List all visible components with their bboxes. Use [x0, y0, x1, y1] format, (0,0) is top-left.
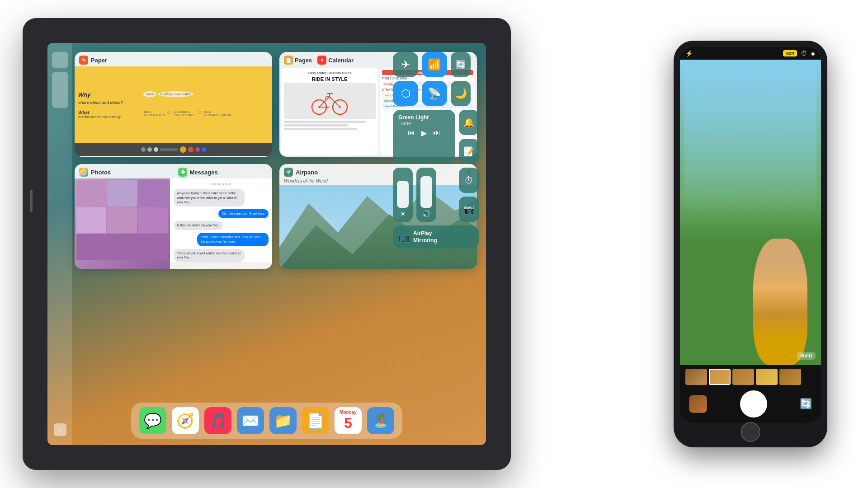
- cc-brightness-icon: ☀: [396, 210, 409, 218]
- cc-music-row-container: Green Light Lorde ⏮ ▶ ⏭ 🔔: [393, 110, 479, 164]
- iphone-flash-icon: ⚡: [685, 50, 693, 57]
- film-thumb-inner: [685, 369, 707, 385]
- iphone-home-area: [680, 423, 821, 441]
- cc-prev-btn[interactable]: ⏮: [408, 129, 415, 137]
- iphone-filmstrip: [685, 369, 816, 385]
- film-thumb-3[interactable]: [732, 369, 754, 385]
- cc-wifi-btn[interactable]: 📶: [422, 52, 447, 77]
- cc-next-btn[interactable]: ⏭: [433, 129, 440, 137]
- photos-app-icon: 🌸: [79, 168, 88, 177]
- film-thumb-4[interactable]: [756, 369, 778, 385]
- pages-text-line: [284, 128, 357, 130]
- app-card-paper[interactable]: ✎ Paper Whyshare ideas and ideas? clarit…: [75, 52, 272, 157]
- iphone-hdr-tag: HDR: [783, 50, 797, 56]
- dock-icon-pages[interactable]: 📄: [302, 407, 329, 434]
- svg-line-10: [325, 97, 326, 99]
- cc-airdrop-btn[interactable]: 📡: [422, 81, 447, 106]
- cc-play-btn[interactable]: ▶: [421, 129, 427, 137]
- cc-timer-btn[interactable]: ⏱: [459, 168, 479, 193]
- message-bubble-received: As you're trying to do is make some of t…: [174, 189, 245, 206]
- paper-content: Whyshare ideas and ideas? clarity creati…: [75, 66, 272, 143]
- airpano-app-icon: 🌍: [284, 168, 293, 177]
- ipad-sidebar: ›: [47, 43, 72, 445]
- ipad-side-button: [30, 190, 33, 212]
- cc-note-btn[interactable]: 📝: [459, 139, 479, 164]
- film-thumb-2[interactable]: [709, 369, 731, 385]
- iphone-timer-icon: ⏱: [801, 50, 807, 57]
- film-thumb-5[interactable]: [779, 369, 801, 385]
- dock-calendar-day: Monday: [340, 410, 357, 415]
- cc-timer-icon: ⏱: [464, 175, 473, 186]
- cc-camera-icon: 📷: [463, 204, 475, 215]
- photos-messages-header: 🌸 Photos 💬 Messages: [75, 164, 272, 178]
- dock-safari-emoji: 🧭: [176, 412, 194, 429]
- cc-bell-icon: 🔔: [463, 117, 475, 128]
- messages-header: 💬 Messages: [174, 164, 273, 178]
- dock-icon-files[interactable]: 📁: [269, 407, 297, 434]
- cc-music-artist: Lorde: [398, 121, 429, 126]
- svg-line-4: [319, 97, 330, 107]
- camera-last-photo[interactable]: [689, 395, 707, 413]
- control-center: ✈ 📶 ⬡ 📡: [393, 52, 479, 249]
- dock-icon-mail[interactable]: ✉️: [237, 407, 264, 434]
- iphone-photo-area: VIVID: [680, 60, 821, 365]
- cc-brightness-track: [397, 181, 409, 208]
- paper-bottom-bar: [75, 143, 272, 156]
- cc-donotdisturb-icon: 🌙: [455, 88, 467, 99]
- iphone-home-button[interactable]: [741, 422, 760, 442]
- cc-rotation-lock-icon: 🔄: [455, 59, 467, 70]
- tool-dot: [141, 147, 146, 152]
- cc-brightness-slider[interactable]: ☀: [393, 168, 413, 222]
- cc-airplane-icon: ✈: [401, 58, 410, 71]
- film-thumb-1[interactable]: [685, 369, 707, 385]
- dock-icon-safari[interactable]: 🧭: [172, 407, 199, 434]
- cc-right-btns: 🔔 📝: [459, 110, 479, 164]
- sidebar-item: [52, 72, 68, 108]
- messages-app-icon: 💬: [178, 168, 187, 177]
- iphone-top-bar: ⚡ HDR ⏱ ◈: [680, 47, 821, 60]
- cc-wifi-icon: 📶: [428, 58, 441, 71]
- scene: › ✎ Paper: [0, 0, 868, 488]
- cc-rotation-lock-btn[interactable]: 🔄: [451, 52, 471, 77]
- person-silhouette: [753, 239, 807, 365]
- pages-doc-heading: RIDE IN STYLE: [284, 76, 376, 82]
- cc-volume-icon: 🔊: [420, 210, 433, 218]
- dock-icon-calendar[interactable]: Monday 5: [335, 407, 362, 434]
- cc-bluetooth-btn[interactable]: ⬡: [393, 81, 418, 106]
- shutter-button[interactable]: [740, 390, 767, 418]
- iphone-top-icons-right: HDR ⏱ ◈: [783, 50, 816, 57]
- photos-header: 🌸 Photos: [75, 164, 174, 178]
- iphone-device: ⚡ HDR ⏱ ◈ VIVID: [674, 41, 827, 447]
- cc-music-title: Green Light: [398, 114, 429, 121]
- cc-airplay-btn[interactable]: 📺 AirPlay Mirroring: [393, 225, 479, 249]
- cc-bell-btn[interactable]: 🔔: [459, 110, 479, 135]
- cc-volume-track: [420, 176, 432, 208]
- pages-preview: Easy Rider Custom Bikes RIDE IN STYLE: [281, 68, 378, 155]
- dock-icon-messages[interactable]: 💬: [139, 407, 166, 434]
- dock-messages-emoji: 💬: [144, 412, 162, 429]
- app-card-photos-messages[interactable]: 🌸 Photos 💬 Messages: [75, 164, 272, 269]
- pages-doc-title: Easy Rider Custom Bikes: [284, 71, 376, 75]
- dock-files-emoji: 📁: [274, 412, 292, 429]
- cc-row-1: ✈ 📶 ⬡ 📡: [393, 52, 479, 106]
- color-dot: [195, 147, 200, 152]
- cc-timer-camera-btns: ⏱ 📷: [459, 168, 479, 222]
- cc-top-buttons: ✈ 📶: [393, 52, 447, 77]
- dock-icon-music[interactable]: 🎵: [204, 407, 231, 434]
- photos-grid: [75, 178, 170, 262]
- pages-bike-image: [284, 83, 376, 119]
- sidebar-arrow[interactable]: ›: [54, 423, 66, 436]
- camera-flip-btn[interactable]: 🔄: [800, 398, 812, 410]
- cc-music-widget[interactable]: Green Light Lorde ⏮ ▶ ⏭: [393, 110, 455, 164]
- app-card-header-paper: ✎ Paper: [75, 52, 272, 66]
- pages-app-icon: 📄: [284, 56, 293, 65]
- dock-icon-travel[interactable]: 🏝️: [367, 407, 394, 434]
- photo-thumb-wide: [76, 234, 168, 260]
- photo-thumb: [138, 207, 168, 234]
- cc-sliders-row: ☀ 🔊 ⏱ 📷: [393, 168, 479, 222]
- cc-volume-slider[interactable]: 🔊: [416, 168, 436, 222]
- cc-camera-btn[interactable]: 📷: [459, 197, 479, 222]
- cc-donotdisturb-btn[interactable]: 🌙: [451, 81, 471, 106]
- photo-thumb: [138, 180, 168, 206]
- cc-airplane-btn[interactable]: ✈: [393, 52, 418, 77]
